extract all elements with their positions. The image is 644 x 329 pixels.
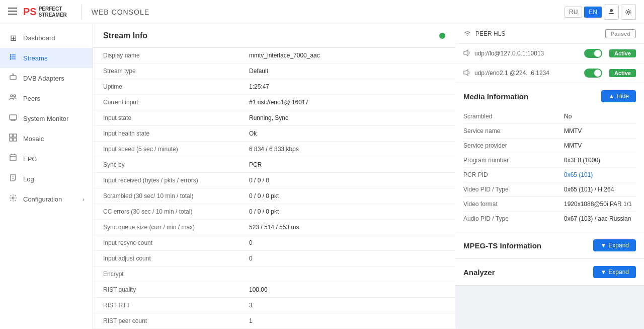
svg-rect-25: [10, 155, 16, 161]
menu-icon[interactable]: [8, 8, 17, 16]
sidebar-item-peers[interactable]: Peers: [0, 88, 93, 108]
svg-rect-24: [14, 138, 17, 141]
list-item: Audio PID / Type0x67 (103) / aac Russian: [463, 212, 636, 226]
sidebar-item-label: Log: [23, 175, 34, 183]
row-label: Sync by: [93, 157, 244, 172]
svg-rect-2: [8, 14, 17, 15]
sidebar-item-system-monitor[interactable]: System Monitor: [0, 108, 93, 128]
sidebar-item-streams[interactable]: Streams: [0, 48, 93, 68]
table-row: Input health stateOk: [93, 126, 455, 142]
row-label: Current input: [93, 95, 244, 110]
row-value: 1:25:47: [244, 79, 455, 94]
sidebar-item-dvb-adapters[interactable]: DVB Adapters: [0, 68, 93, 88]
chevron-down-icon: ▼: [600, 242, 606, 249]
table-row: RIST RTT3: [93, 298, 455, 313]
analyzer-expand-button[interactable]: ▼ Expand: [593, 266, 636, 278]
row-label: RIST quality: [93, 282, 244, 297]
mosaic-icon: [8, 134, 18, 144]
media-value: 0x3E8 (1000): [564, 157, 636, 164]
settings-icon-button[interactable]: [621, 5, 636, 20]
table-row: Input received (bytes / pkts / errors)0 …: [93, 173, 455, 188]
svg-rect-17: [10, 115, 17, 119]
row-label: Input health state: [93, 126, 244, 141]
sidebar-item-epg[interactable]: EPG: [0, 149, 93, 169]
row-value: Default: [244, 63, 455, 79]
toggle-active[interactable]: [584, 69, 602, 78]
svg-point-5: [627, 11, 629, 13]
sidebar-item-label: System Monitor: [23, 115, 68, 122]
system-monitor-icon: [8, 113, 18, 123]
chevron-up-icon: ▲: [608, 93, 614, 100]
sidebar-item-label: Mosaic: [23, 135, 44, 143]
dashboard-icon: ⊞: [8, 33, 18, 43]
left-panel: Stream Info Display namemmtv_interlace_7…: [93, 24, 455, 329]
media-info-title: Media Information: [463, 92, 528, 101]
media-label: Service provider: [463, 142, 564, 149]
sidebar-item-label: Streams: [23, 54, 47, 62]
streams-icon: [8, 53, 18, 63]
media-label: Scrambled: [463, 113, 564, 120]
stream-info-title: Stream Info: [103, 31, 147, 40]
table-row: Scrambled (30 sec/ 10 min / total)0 / 0 …: [93, 188, 455, 204]
output-item: udp://eno2.1 @224. .6:1234Active: [455, 63, 644, 83]
svg-rect-12: [10, 76, 16, 80]
media-info-hide-button[interactable]: ▲ Hide: [601, 90, 636, 102]
row-label: Encrypt: [93, 267, 244, 282]
svg-rect-1: [8, 11, 17, 12]
sidebar-item-dashboard[interactable]: ⊞ Dashboard: [0, 28, 93, 48]
sidebar-item-label: Dashboard: [23, 34, 55, 42]
svg-marker-33: [464, 70, 468, 76]
table-row: Sync byPCR: [93, 157, 455, 173]
row-label: Sync queue size (curr / min / max): [93, 220, 244, 235]
mpeg-ts-expand-button[interactable]: ▼ Expand: [593, 239, 636, 251]
analyzer-title: Analyzer: [463, 268, 495, 277]
list-item: Service nameMMTV: [463, 124, 636, 139]
output-item: PEER HLSPaused: [455, 24, 644, 44]
row-label: CC errors (30 sec / 10 min / total): [93, 204, 244, 219]
svg-point-7: [10, 56, 12, 58]
table-row: Encrypt: [93, 267, 455, 282]
logo-ps: PS: [23, 6, 37, 18]
media-label: Audio PID / Type: [463, 215, 564, 222]
row-label: Input adjust count: [93, 251, 244, 266]
sidebar-item-log[interactable]: Log: [0, 169, 93, 189]
svg-rect-0: [8, 8, 17, 9]
list-item: Service providerMMTV: [463, 139, 636, 153]
toggle-active[interactable]: [584, 49, 602, 58]
media-value[interactable]: 0x65 (101): [564, 171, 636, 178]
user-icon-button[interactable]: [604, 5, 619, 20]
configuration-icon: [8, 194, 18, 204]
mpeg-ts-section: MPEG-TS Information ▼ Expand: [455, 232, 644, 259]
media-label: Video format: [463, 201, 564, 208]
row-label: Uptime: [93, 79, 244, 94]
svg-point-16: [14, 95, 16, 97]
output-item: udp://lo@127.0.0.1:10013Active: [455, 44, 644, 63]
lang-en-button[interactable]: EN: [584, 7, 602, 18]
row-value: 6 834 / 6 833 kbps: [244, 142, 455, 157]
row-value: Ok: [244, 126, 455, 141]
table-row: RIST quality100.00: [93, 282, 455, 298]
sidebar-item-configuration[interactable]: Configuration ›: [0, 189, 93, 209]
row-label: Input received (bytes / pkts / errors): [93, 173, 244, 188]
speaker-icon: [463, 49, 470, 58]
row-label: Scrambled (30 sec/ 10 min / total): [93, 188, 244, 204]
row-value: 0 / 0 / 0: [244, 173, 455, 188]
analyzer-header: Analyzer ▼ Expand: [455, 259, 644, 285]
row-value: 1: [244, 313, 455, 328]
stream-info-header: Stream Info: [93, 24, 455, 48]
list-item: Video format1920x1088@50i PAR 1/1: [463, 197, 636, 212]
sidebar-item-mosaic[interactable]: Mosaic: [0, 128, 93, 149]
svg-point-15: [11, 95, 13, 97]
logo: PS PERFECT STREAMER: [23, 6, 67, 18]
media-info-header: Media Information ▲ Hide: [455, 83, 644, 109]
table-row: Input adjust count0: [93, 251, 455, 267]
row-label: RIST peer count: [93, 313, 244, 328]
row-value: [244, 267, 455, 282]
media-value: 1920x1088@50i PAR 1/1: [564, 201, 636, 208]
wifi-icon: [463, 30, 471, 38]
dvb-adapters-icon: [8, 73, 18, 83]
sidebar-item-label: DVB Adapters: [23, 75, 64, 82]
list-item: Video PID / Type0x65 (101) / H.264: [463, 182, 636, 197]
lang-ru-button[interactable]: RU: [565, 7, 582, 18]
svg-point-31: [12, 197, 14, 199]
